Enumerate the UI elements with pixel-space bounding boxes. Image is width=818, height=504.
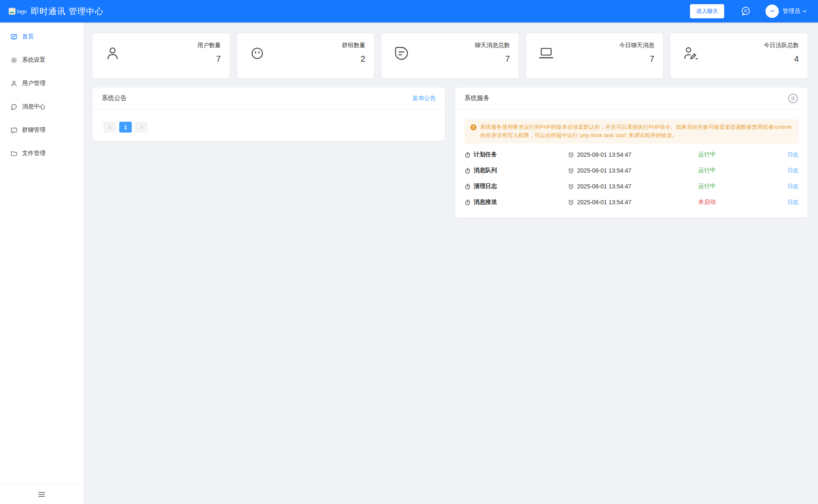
service-time-text: 2025-08-01 13:54:47 [577, 151, 631, 158]
stat-label: 聊天消息总数 [475, 42, 510, 49]
announcement-body: 1 [93, 109, 445, 141]
admin-label[interactable]: 管理员 [783, 8, 800, 15]
service-name-text: 计划任务 [474, 151, 497, 158]
logo-alt-text: logo [17, 9, 27, 15]
sidebar-item-group-chat[interactable]: 群聊管理 [0, 118, 83, 142]
message-bubble-icon[interactable] [740, 6, 751, 17]
warning-icon: ! [470, 124, 477, 130]
service-name: 消息推送 [464, 198, 568, 206]
sidebar-item-user-management[interactable]: 用户管理 [0, 72, 83, 95]
menu-collapse-icon[interactable] [38, 490, 46, 499]
stat-card-today-messages: 今日聊天消息 7 [526, 33, 663, 78]
pagination: 1 [103, 122, 434, 133]
dashboard-icon [10, 33, 18, 40]
sidebar-item-label: 首页 [22, 33, 34, 40]
stat-label: 今日聊天消息 [619, 42, 654, 49]
alarm-clock-icon [568, 152, 574, 158]
stat-value: 7 [198, 54, 221, 64]
services-panel-header: 系统服务 [455, 88, 808, 109]
service-time-text: 2025-08-01 13:54:47 [577, 183, 631, 190]
gear-icon [10, 57, 18, 64]
announcement-panel-header: 系统公告 发布公告 [93, 88, 445, 109]
stat-label: 用户数量 [198, 42, 221, 49]
service-time-text: 2025-08-01 13:54:47 [577, 199, 631, 206]
announcement-panel: 系统公告 发布公告 1 [93, 88, 445, 141]
stat-content: 今日活跃总数 4 [764, 42, 799, 78]
service-name-text: 消息推送 [474, 198, 497, 206]
pagination-prev-button[interactable] [103, 122, 116, 133]
sidebar-item-label: 消息中心 [22, 103, 45, 110]
publish-announcement-link[interactable]: 发布公告 [412, 95, 436, 102]
service-status: 未启动 [698, 198, 788, 206]
stat-content: 今日聊天消息 7 [619, 42, 654, 78]
sidebar-item-system-settings[interactable]: 系统设置 [0, 48, 83, 72]
sidebar-footer [0, 484, 83, 504]
panel-title: 系统公告 [102, 94, 127, 102]
stat-content: 用户数量 7 [198, 42, 221, 78]
service-status: 运行中 [698, 151, 788, 158]
sidebar: 首页 系统设置 [0, 23, 83, 504]
sidebar-item-file-management[interactable]: 文件管理 [0, 142, 83, 165]
stopwatch-icon [464, 183, 471, 190]
app-header: logo 即时通讯 管理中心 进入聊天 管理员 [0, 0, 818, 23]
user-icon [10, 80, 18, 87]
service-name: 计划任务 [464, 151, 568, 158]
services-panel: 系统服务 ! 系统服务使用要求运行的PHP的版本必须是默认的，并且可以直接执行P… [455, 88, 808, 218]
stat-value: 2 [342, 54, 365, 64]
pagination-next-button[interactable] [135, 122, 148, 133]
laptop-icon [537, 44, 555, 78]
service-status: 运行中 [698, 167, 788, 174]
service-time-text: 2025-08-01 13:54:47 [577, 167, 631, 174]
service-log-link[interactable]: 日志 [788, 151, 798, 158]
messenger-bolt-icon [768, 8, 776, 15]
stat-value: 4 [764, 54, 799, 64]
services-body: ! 系统服务使用要求运行的PHP的版本必须是默认的，并且可以直接执行PHP命令。… [455, 109, 808, 218]
chevron-down-icon[interactable] [802, 9, 807, 14]
pause-circle-icon[interactable] [788, 93, 798, 104]
avatar[interactable] [765, 5, 779, 18]
stopwatch-icon [464, 199, 471, 206]
service-log-link[interactable]: 日志 [788, 198, 798, 206]
chevron-right-icon [139, 125, 144, 130]
sidebar-menu: 首页 系统设置 [0, 23, 83, 165]
stat-content: 聊天消息总数 7 [475, 42, 510, 78]
service-status: 运行中 [698, 183, 788, 190]
alarm-clock-icon [568, 199, 574, 206]
warning-alert: ! 系统服务使用要求运行的PHP的版本必须是默认的，并且可以直接执行PHP命令。… [464, 119, 798, 143]
logo-image: logo [8, 8, 27, 15]
stats-row: 用户数量 7 群组数量 2 [93, 33, 808, 78]
stat-card-active-today: 今日活跃总数 4 [670, 33, 808, 78]
body-wrap: 首页 系统设置 [0, 23, 818, 504]
folder-icon [10, 150, 18, 157]
face-icon [248, 44, 266, 78]
broken-image-icon [8, 8, 16, 15]
message-round-icon [10, 103, 18, 110]
service-row-message-push: 消息推送 2025-08-01 13:54:47 未启动 [464, 194, 798, 210]
service-name-text: 清理日志 [474, 183, 497, 190]
user-icon [103, 44, 122, 78]
stat-card-total-messages: 聊天消息总数 7 [381, 33, 519, 78]
stat-value: 7 [619, 54, 654, 64]
sidebar-item-label: 用户管理 [22, 80, 45, 87]
sidebar-item-label: 文件管理 [22, 150, 45, 157]
enter-chat-button[interactable]: 进入聊天 [690, 4, 724, 18]
service-log-link[interactable]: 日志 [788, 167, 798, 174]
sidebar-item-label: 群聊管理 [22, 126, 45, 134]
app-root: logo 即时通讯 管理中心 进入聊天 管理员 [0, 0, 818, 504]
service-log-link[interactable]: 日志 [788, 183, 798, 190]
stat-label: 今日活跃总数 [764, 42, 799, 49]
stopwatch-icon [464, 152, 471, 158]
sidebar-item-home[interactable]: 首页 [0, 25, 83, 48]
service-time: 2025-08-01 13:54:47 [568, 167, 698, 174]
service-row-clean-logs: 清理日志 2025-08-01 13:54:47 运行中 [464, 178, 798, 194]
service-time: 2025-08-01 13:54:47 [568, 199, 698, 206]
sidebar-item-label: 系统设置 [22, 56, 45, 64]
alarm-clock-icon [568, 183, 574, 190]
stat-card-users: 用户数量 7 [93, 33, 230, 78]
alarm-clock-icon [568, 168, 574, 174]
warning-text: 系统服务使用要求运行的PHP的版本必须是默认的，并且可以直接执行PHP命令。如果… [480, 123, 792, 140]
pagination-page-1[interactable]: 1 [119, 122, 132, 133]
stat-card-groups: 群组数量 2 [237, 33, 374, 78]
message-square-icon [10, 127, 18, 134]
sidebar-item-message-center[interactable]: 消息中心 [0, 95, 83, 118]
